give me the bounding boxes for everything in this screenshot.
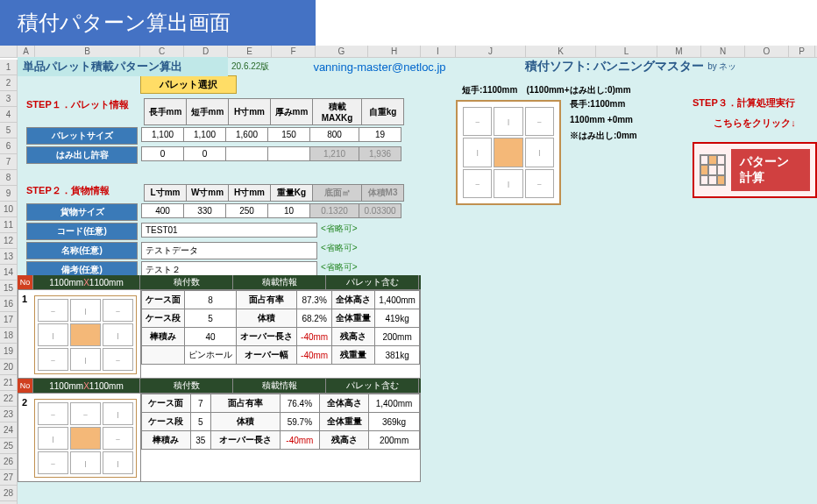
info-long: 長手:1100mm [570, 96, 637, 112]
step1-cell-1-3[interactable] [268, 147, 310, 161]
row-6[interactable]: 6 [0, 138, 18, 154]
row-9[interactable]: 9 [0, 186, 18, 202]
row-numbers: 1234567891011121314151617181920212223242… [0, 60, 18, 504]
row-17[interactable]: 17 [0, 312, 18, 328]
pattern-icon [700, 154, 726, 186]
step1-cell-0-3[interactable]: 150 [268, 128, 310, 142]
row-23[interactable]: 23 [0, 407, 18, 422]
result-cell: -40mm [297, 328, 332, 346]
step1-cell-0-4[interactable]: 800 [310, 128, 359, 142]
col-selfkg: 自重kg [362, 99, 404, 125]
result-cell: ケース段 [142, 413, 191, 431]
result-cell: ケース段 [142, 309, 185, 328]
row-19[interactable]: 19 [0, 344, 18, 359]
result-cell: 面占有率 [237, 291, 297, 309]
row-8[interactable]: 8 [0, 170, 18, 186]
step2-info-note-2: <省略可> [321, 261, 358, 273]
row-20[interactable]: 20 [0, 359, 18, 375]
result-preview-0: 1 –|–||–|– [18, 290, 141, 378]
row-24[interactable]: 24 [0, 422, 18, 438]
col-A[interactable]: A [18, 46, 35, 57]
step2-info-val-1[interactable]: テストデータ [142, 243, 317, 259]
result-cell: 全体高さ [320, 394, 369, 413]
col-N[interactable]: N [701, 46, 745, 57]
row-22[interactable]: 22 [0, 391, 18, 407]
page-title-banner: 積付パターン算出画面 [0, 0, 316, 46]
cargo-H[interactable]: 250 [226, 204, 268, 218]
step2-info-val-0[interactable]: TEST01 [142, 224, 317, 238]
col-P[interactable]: P [789, 46, 815, 57]
step2-info-label-0: コード(任意) [27, 224, 138, 240]
row-12[interactable]: 12 [0, 233, 18, 249]
row-26[interactable]: 26 [0, 454, 18, 470]
step1-cell-0-1[interactable]: 1,100 [184, 128, 226, 142]
col-K[interactable]: K [526, 46, 596, 57]
cargo-vol: 0.03300 [359, 204, 401, 218]
result-col3: パレット含む [326, 275, 419, 289]
pallet-select-button[interactable]: パレット選択 [140, 75, 237, 94]
cargo-size-row: 400 330 250 10 0.1320 0.03300 [141, 203, 401, 218]
col-G[interactable]: G [316, 46, 368, 57]
col-E[interactable]: E [228, 46, 272, 57]
preview-info: 長手:1100mm 1100mm +0mm ※はみ出し:0mm [570, 96, 637, 205]
col-area: 底面㎡ [313, 185, 362, 202]
col-W: W寸mm [187, 185, 229, 202]
calculate-button-label: パターン計算 [731, 149, 810, 191]
row-10[interactable]: 10 [0, 202, 18, 217]
step1-cell-1-1[interactable]: 0 [184, 147, 226, 161]
result-cell: 残高さ [320, 431, 369, 450]
result-cell: 68.2% [297, 309, 332, 328]
app-title: 単品パレット積載パターン算出 [18, 57, 228, 76]
step1-cell-0-2[interactable]: 1,600 [226, 128, 268, 142]
cargo-W[interactable]: 330 [184, 204, 226, 218]
row-5[interactable]: 5 [0, 123, 18, 138]
step1-title: STEP１．パレット情報 [26, 98, 140, 111]
col-thick: 厚みmm [271, 99, 313, 125]
col-I[interactable]: I [421, 46, 456, 57]
row-13[interactable]: 13 [0, 249, 18, 265]
row-1[interactable]: 1 [0, 60, 18, 75]
cargo-L[interactable]: 400 [142, 204, 184, 218]
info-plus: 1100mm +0mm [570, 112, 637, 128]
row-15[interactable]: 15 [0, 280, 18, 296]
step1-section: STEP１．パレット情報 長手mm 短手mm H寸mm 厚みmm 積載MAXKg… [26, 96, 404, 164]
cargo-size-label: 貨物サイズ [27, 204, 138, 221]
row-21[interactable]: 21 [0, 375, 18, 391]
result-cell: 7 [190, 394, 210, 413]
result-cell: 381kg [375, 346, 420, 365]
row-7[interactable]: 7 [0, 154, 18, 170]
version-label: 20.6.22版 [231, 60, 269, 73]
calculate-button[interactable]: パターン計算 [693, 142, 817, 198]
step1-cell-1-2[interactable] [226, 147, 268, 161]
result-cell: 8 [185, 291, 237, 309]
col-J[interactable]: J [456, 46, 526, 57]
col-H[interactable]: H [368, 46, 421, 57]
step2-title: STEP２．貨物情報 [26, 184, 140, 197]
step1-cell-0-0[interactable]: 1,100 [142, 128, 184, 142]
col-L[interactable]: L [596, 46, 657, 57]
step2-section: STEP２．貨物情報 L寸mm W寸mm H寸mm 重量Kg 底面㎡ 体積M3 … [26, 182, 404, 279]
col-C[interactable]: C [140, 46, 184, 57]
row-28[interactable]: 28 [0, 486, 18, 501]
col-B[interactable]: B [35, 46, 140, 57]
row-16[interactable]: 16 [0, 296, 18, 312]
step3-title: STEP３．計算処理実行 [693, 96, 817, 110]
email-link[interactable]: vanning-master@netloc.jp [313, 60, 445, 74]
col-F[interactable]: F [272, 46, 316, 57]
row-2[interactable]: 2 [0, 75, 18, 91]
col-M[interactable]: M [657, 46, 701, 57]
step1-cell-1-0[interactable]: 0 [142, 147, 184, 161]
step1-cell-0-5[interactable]: 19 [359, 128, 401, 142]
row-18[interactable]: 18 [0, 328, 18, 344]
col-O[interactable]: O [745, 46, 789, 57]
cargo-kg[interactable]: 10 [268, 204, 310, 218]
row-25[interactable]: 25 [0, 438, 18, 454]
row-14[interactable]: 14 [0, 265, 18, 280]
col-D[interactable]: D [184, 46, 228, 57]
result-cell: 419kg [375, 309, 420, 328]
result-cell: 体積 [237, 309, 297, 328]
row-27[interactable]: 27 [0, 470, 18, 486]
row-11[interactable]: 11 [0, 217, 18, 233]
row-3[interactable]: 3 [0, 91, 18, 107]
row-4[interactable]: 4 [0, 107, 18, 123]
